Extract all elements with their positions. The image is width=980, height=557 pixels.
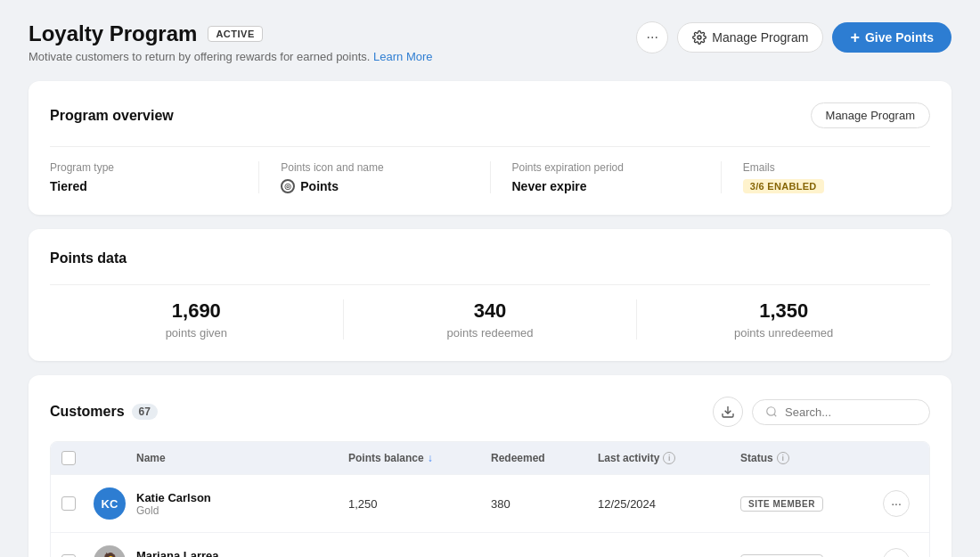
- overview-grid: Program type Tiered Points icon and name…: [50, 146, 930, 193]
- table-header-row: Name Points balance ↓ Redeemed Last acti…: [51, 442, 929, 474]
- overview-label-expiration: Points expiration period: [512, 161, 699, 174]
- overview-value-points-icon: ◎ Points: [281, 179, 468, 193]
- sort-arrow-icon: ↓: [428, 452, 433, 464]
- learn-more-link[interactable]: Learn More: [373, 50, 432, 63]
- search-icon: [765, 405, 778, 418]
- active-badge: ACTIVE: [208, 26, 262, 42]
- customer-name: Mariana Larrea: [136, 549, 219, 558]
- points-card-header: Points data: [50, 250, 930, 266]
- overview-label-emails: Emails: [743, 161, 930, 174]
- points-circle-icon: ◎: [281, 179, 295, 193]
- points-title: Points data: [50, 250, 127, 266]
- points-data-card: Points data 1,690 points given 340 point…: [29, 229, 951, 361]
- customers-card: Customers 67: [29, 375, 951, 557]
- points-given-item: 1,690 points given: [50, 299, 344, 340]
- gear-icon: [692, 30, 706, 45]
- row1-status: SITE MEMBER: [740, 496, 883, 512]
- svg-point-0: [698, 36, 701, 39]
- row1-redeemed: 380: [491, 497, 598, 511]
- manage-program-label: Manage Program: [712, 30, 808, 45]
- select-all-checkbox[interactable]: [61, 451, 76, 465]
- row1-points: 1,250: [348, 497, 491, 511]
- row1-name-cell: Katie Carlson Gold: [136, 491, 348, 517]
- row1-actions: ···: [883, 490, 919, 517]
- row2-actions: ···: [883, 548, 919, 557]
- status-info-icon: i: [777, 452, 789, 464]
- th-status: Status i: [740, 452, 883, 464]
- th-activity: Last activity i: [598, 452, 740, 464]
- row2-avatar: 🙎: [94, 545, 136, 557]
- export-button[interactable]: [713, 397, 743, 427]
- customer-tier: Gold: [136, 504, 211, 517]
- customer-name: Katie Carlson: [136, 491, 211, 504]
- points-redeemed-item: 340 points redeemed: [344, 299, 638, 340]
- customers-header: Customers 67: [50, 397, 930, 427]
- program-overview-card: Program overview Manage Program Program …: [29, 81, 951, 215]
- activity-info-icon: i: [663, 452, 675, 464]
- points-given-label: points given: [50, 326, 343, 340]
- overview-value-expiration: Never expire: [512, 179, 699, 193]
- points-given-number: 1,690: [50, 299, 343, 323]
- page-header-left: Loyalty Program ACTIVE Motivate customer…: [29, 21, 433, 63]
- th-redeemed: Redeemed: [491, 452, 598, 464]
- th-points[interactable]: Points balance ↓: [348, 452, 491, 464]
- points-unredeemed-label: points unredeemed: [637, 326, 930, 340]
- overview-item-expiration: Points expiration period Never expire: [512, 161, 722, 193]
- export-icon: [721, 405, 735, 419]
- customers-table: Name Points balance ↓ Redeemed Last acti…: [50, 441, 930, 557]
- email-enabled-badge: 3/6 ENABLED: [743, 179, 824, 193]
- status-badge: SITE MEMBER: [740, 554, 823, 558]
- th-name: Name: [136, 452, 348, 464]
- row1-more-button[interactable]: ···: [883, 490, 910, 517]
- customers-count-badge: 67: [132, 404, 158, 420]
- points-unredeemed-number: 1,350: [637, 299, 930, 323]
- overview-item-points-icon: Points icon and name ◎ Points: [281, 161, 490, 193]
- points-redeemed-number: 340: [344, 299, 637, 323]
- give-points-button[interactable]: + Give Points: [832, 22, 951, 53]
- points-unredeemed-item: 1,350 points unredeemed: [637, 299, 930, 340]
- plus-icon: +: [850, 29, 860, 45]
- overview-title: Program overview: [50, 108, 174, 124]
- avatar: KC: [94, 487, 126, 520]
- customers-title: Customers: [50, 404, 125, 420]
- table-row: KC Katie Carlson Gold 1,250 380 12/25/20…: [51, 474, 929, 532]
- manage-program-button-card[interactable]: Manage Program: [811, 102, 930, 128]
- row2-name-cell: Mariana Larrea Silver: [136, 549, 348, 558]
- search-box[interactable]: [752, 399, 930, 425]
- points-grid: 1,690 points given 340 points redeemed 1…: [50, 284, 930, 340]
- row1-check: [61, 496, 94, 511]
- give-points-label: Give Points: [865, 30, 934, 45]
- table-row: 🙎 Mariana Larrea Silver 300 55 12/25/202…: [51, 532, 929, 557]
- manage-program-button-header[interactable]: Manage Program: [677, 22, 823, 53]
- page-title-row: Loyalty Program ACTIVE: [29, 21, 433, 46]
- overview-item-type: Program type Tiered: [50, 161, 259, 193]
- customer-info: Katie Carlson Gold: [136, 491, 211, 517]
- status-badge: SITE MEMBER: [740, 496, 823, 512]
- customer-info: Mariana Larrea Silver: [136, 549, 219, 558]
- page-header-actions: ··· Manage Program + Give Points: [636, 21, 951, 53]
- page-subtitle: Motivate customers to return by offering…: [29, 50, 433, 63]
- row1-avatar: KC: [94, 487, 136, 520]
- overview-value-emails: 3/6 ENABLED: [743, 179, 930, 193]
- points-redeemed-label: points redeemed: [344, 326, 637, 340]
- row2-status: SITE MEMBER: [740, 554, 883, 558]
- more-options-button[interactable]: ···: [636, 21, 668, 53]
- overview-card-header: Program overview Manage Program: [50, 102, 930, 128]
- overview-value-type: Tiered: [50, 179, 237, 193]
- search-input[interactable]: [785, 405, 917, 419]
- svg-point-2: [767, 407, 775, 415]
- th-checkbox: [61, 451, 94, 465]
- dots-icon: ···: [647, 29, 658, 45]
- customers-actions: [713, 397, 930, 427]
- svg-line-3: [774, 414, 777, 417]
- avatar: 🙎: [94, 545, 126, 557]
- page-container: Loyalty Program ACTIVE Motivate customer…: [0, 0, 980, 557]
- row2-more-button[interactable]: ···: [883, 548, 910, 557]
- overview-label-points-icon: Points icon and name: [281, 161, 468, 174]
- row1-checkbox[interactable]: [61, 496, 76, 511]
- customers-title-row: Customers 67: [50, 404, 158, 420]
- row1-activity: 12/25/2024: [598, 497, 740, 511]
- overview-label-type: Program type: [50, 161, 237, 174]
- page-title: Loyalty Program: [29, 21, 197, 46]
- overview-item-emails: Emails 3/6 ENABLED: [743, 161, 930, 193]
